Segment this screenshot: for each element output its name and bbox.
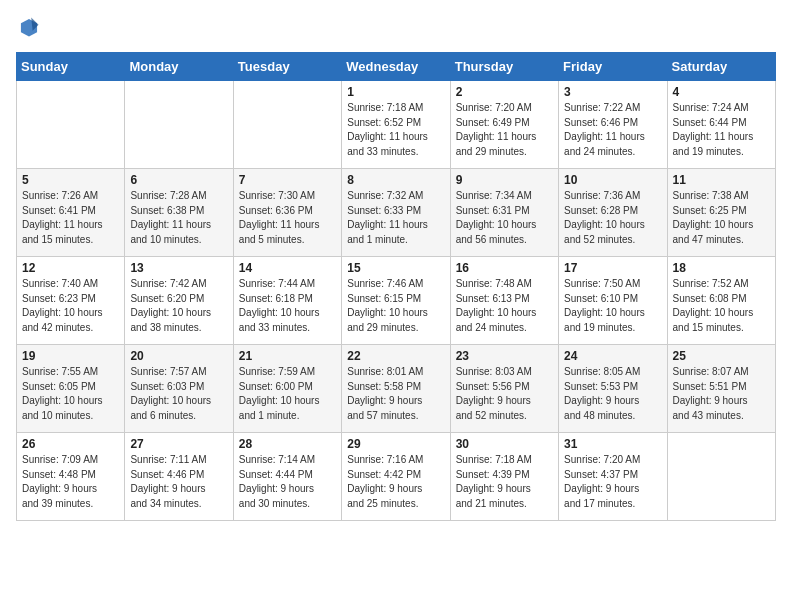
day-cell: 25Sunrise: 8:07 AM Sunset: 5:51 PM Dayli… bbox=[667, 345, 775, 433]
day-cell: 17Sunrise: 7:50 AM Sunset: 6:10 PM Dayli… bbox=[559, 257, 667, 345]
day-info: Sunrise: 7:16 AM Sunset: 4:42 PM Dayligh… bbox=[347, 453, 444, 511]
header-cell-wednesday: Wednesday bbox=[342, 53, 450, 81]
logo bbox=[16, 16, 42, 42]
day-cell: 14Sunrise: 7:44 AM Sunset: 6:18 PM Dayli… bbox=[233, 257, 341, 345]
day-info: Sunrise: 7:20 AM Sunset: 6:49 PM Dayligh… bbox=[456, 101, 553, 159]
day-info: Sunrise: 7:26 AM Sunset: 6:41 PM Dayligh… bbox=[22, 189, 119, 247]
day-cell bbox=[125, 81, 233, 169]
day-info: Sunrise: 7:48 AM Sunset: 6:13 PM Dayligh… bbox=[456, 277, 553, 335]
day-info: Sunrise: 7:34 AM Sunset: 6:31 PM Dayligh… bbox=[456, 189, 553, 247]
day-info: Sunrise: 7:24 AM Sunset: 6:44 PM Dayligh… bbox=[673, 101, 770, 159]
day-cell: 8Sunrise: 7:32 AM Sunset: 6:33 PM Daylig… bbox=[342, 169, 450, 257]
day-cell: 7Sunrise: 7:30 AM Sunset: 6:36 PM Daylig… bbox=[233, 169, 341, 257]
day-info: Sunrise: 7:11 AM Sunset: 4:46 PM Dayligh… bbox=[130, 453, 227, 511]
day-info: Sunrise: 7:38 AM Sunset: 6:25 PM Dayligh… bbox=[673, 189, 770, 247]
day-info: Sunrise: 7:28 AM Sunset: 6:38 PM Dayligh… bbox=[130, 189, 227, 247]
day-info: Sunrise: 7:18 AM Sunset: 4:39 PM Dayligh… bbox=[456, 453, 553, 511]
day-info: Sunrise: 7:57 AM Sunset: 6:03 PM Dayligh… bbox=[130, 365, 227, 423]
day-number: 6 bbox=[130, 173, 227, 187]
day-number: 23 bbox=[456, 349, 553, 363]
day-cell: 20Sunrise: 7:57 AM Sunset: 6:03 PM Dayli… bbox=[125, 345, 233, 433]
day-cell: 15Sunrise: 7:46 AM Sunset: 6:15 PM Dayli… bbox=[342, 257, 450, 345]
day-number: 4 bbox=[673, 85, 770, 99]
day-info: Sunrise: 7:36 AM Sunset: 6:28 PM Dayligh… bbox=[564, 189, 661, 247]
week-row-1: 1Sunrise: 7:18 AM Sunset: 6:52 PM Daylig… bbox=[17, 81, 776, 169]
day-cell: 27Sunrise: 7:11 AM Sunset: 4:46 PM Dayli… bbox=[125, 433, 233, 521]
day-cell: 4Sunrise: 7:24 AM Sunset: 6:44 PM Daylig… bbox=[667, 81, 775, 169]
day-info: Sunrise: 7:20 AM Sunset: 4:37 PM Dayligh… bbox=[564, 453, 661, 511]
day-info: Sunrise: 7:59 AM Sunset: 6:00 PM Dayligh… bbox=[239, 365, 336, 423]
week-row-4: 19Sunrise: 7:55 AM Sunset: 6:05 PM Dayli… bbox=[17, 345, 776, 433]
day-cell: 12Sunrise: 7:40 AM Sunset: 6:23 PM Dayli… bbox=[17, 257, 125, 345]
day-cell: 28Sunrise: 7:14 AM Sunset: 4:44 PM Dayli… bbox=[233, 433, 341, 521]
day-cell: 6Sunrise: 7:28 AM Sunset: 6:38 PM Daylig… bbox=[125, 169, 233, 257]
day-info: Sunrise: 7:32 AM Sunset: 6:33 PM Dayligh… bbox=[347, 189, 444, 247]
day-cell: 5Sunrise: 7:26 AM Sunset: 6:41 PM Daylig… bbox=[17, 169, 125, 257]
day-info: Sunrise: 7:14 AM Sunset: 4:44 PM Dayligh… bbox=[239, 453, 336, 511]
day-number: 22 bbox=[347, 349, 444, 363]
day-info: Sunrise: 7:22 AM Sunset: 6:46 PM Dayligh… bbox=[564, 101, 661, 159]
day-number: 17 bbox=[564, 261, 661, 275]
day-cell: 10Sunrise: 7:36 AM Sunset: 6:28 PM Dayli… bbox=[559, 169, 667, 257]
day-info: Sunrise: 7:42 AM Sunset: 6:20 PM Dayligh… bbox=[130, 277, 227, 335]
header-cell-tuesday: Tuesday bbox=[233, 53, 341, 81]
day-number: 30 bbox=[456, 437, 553, 451]
header-cell-friday: Friday bbox=[559, 53, 667, 81]
day-number: 7 bbox=[239, 173, 336, 187]
day-cell: 22Sunrise: 8:01 AM Sunset: 5:58 PM Dayli… bbox=[342, 345, 450, 433]
day-info: Sunrise: 7:55 AM Sunset: 6:05 PM Dayligh… bbox=[22, 365, 119, 423]
day-cell bbox=[233, 81, 341, 169]
header-row: SundayMondayTuesdayWednesdayThursdayFrid… bbox=[17, 53, 776, 81]
day-number: 21 bbox=[239, 349, 336, 363]
day-cell: 2Sunrise: 7:20 AM Sunset: 6:49 PM Daylig… bbox=[450, 81, 558, 169]
day-number: 28 bbox=[239, 437, 336, 451]
day-cell: 21Sunrise: 7:59 AM Sunset: 6:00 PM Dayli… bbox=[233, 345, 341, 433]
day-number: 27 bbox=[130, 437, 227, 451]
day-cell: 18Sunrise: 7:52 AM Sunset: 6:08 PM Dayli… bbox=[667, 257, 775, 345]
day-cell bbox=[667, 433, 775, 521]
day-cell: 29Sunrise: 7:16 AM Sunset: 4:42 PM Dayli… bbox=[342, 433, 450, 521]
day-cell: 1Sunrise: 7:18 AM Sunset: 6:52 PM Daylig… bbox=[342, 81, 450, 169]
day-cell: 9Sunrise: 7:34 AM Sunset: 6:31 PM Daylig… bbox=[450, 169, 558, 257]
day-number: 12 bbox=[22, 261, 119, 275]
day-info: Sunrise: 8:01 AM Sunset: 5:58 PM Dayligh… bbox=[347, 365, 444, 423]
day-info: Sunrise: 7:09 AM Sunset: 4:48 PM Dayligh… bbox=[22, 453, 119, 511]
day-number: 10 bbox=[564, 173, 661, 187]
week-row-3: 12Sunrise: 7:40 AM Sunset: 6:23 PM Dayli… bbox=[17, 257, 776, 345]
day-info: Sunrise: 8:05 AM Sunset: 5:53 PM Dayligh… bbox=[564, 365, 661, 423]
day-number: 16 bbox=[456, 261, 553, 275]
day-number: 29 bbox=[347, 437, 444, 451]
day-number: 1 bbox=[347, 85, 444, 99]
day-cell: 11Sunrise: 7:38 AM Sunset: 6:25 PM Dayli… bbox=[667, 169, 775, 257]
day-cell: 26Sunrise: 7:09 AM Sunset: 4:48 PM Dayli… bbox=[17, 433, 125, 521]
day-number: 2 bbox=[456, 85, 553, 99]
day-number: 14 bbox=[239, 261, 336, 275]
day-info: Sunrise: 7:30 AM Sunset: 6:36 PM Dayligh… bbox=[239, 189, 336, 247]
day-number: 13 bbox=[130, 261, 227, 275]
day-info: Sunrise: 7:46 AM Sunset: 6:15 PM Dayligh… bbox=[347, 277, 444, 335]
day-number: 20 bbox=[130, 349, 227, 363]
day-number: 9 bbox=[456, 173, 553, 187]
day-number: 19 bbox=[22, 349, 119, 363]
day-number: 5 bbox=[22, 173, 119, 187]
day-info: Sunrise: 8:07 AM Sunset: 5:51 PM Dayligh… bbox=[673, 365, 770, 423]
calendar-header: SundayMondayTuesdayWednesdayThursdayFrid… bbox=[17, 53, 776, 81]
day-info: Sunrise: 7:18 AM Sunset: 6:52 PM Dayligh… bbox=[347, 101, 444, 159]
header-cell-sunday: Sunday bbox=[17, 53, 125, 81]
day-info: Sunrise: 7:52 AM Sunset: 6:08 PM Dayligh… bbox=[673, 277, 770, 335]
day-cell: 16Sunrise: 7:48 AM Sunset: 6:13 PM Dayli… bbox=[450, 257, 558, 345]
header-cell-thursday: Thursday bbox=[450, 53, 558, 81]
day-cell: 24Sunrise: 8:05 AM Sunset: 5:53 PM Dayli… bbox=[559, 345, 667, 433]
day-number: 25 bbox=[673, 349, 770, 363]
week-row-5: 26Sunrise: 7:09 AM Sunset: 4:48 PM Dayli… bbox=[17, 433, 776, 521]
day-info: Sunrise: 8:03 AM Sunset: 5:56 PM Dayligh… bbox=[456, 365, 553, 423]
day-number: 8 bbox=[347, 173, 444, 187]
day-cell: 3Sunrise: 7:22 AM Sunset: 6:46 PM Daylig… bbox=[559, 81, 667, 169]
header-cell-monday: Monday bbox=[125, 53, 233, 81]
week-row-2: 5Sunrise: 7:26 AM Sunset: 6:41 PM Daylig… bbox=[17, 169, 776, 257]
header-cell-saturday: Saturday bbox=[667, 53, 775, 81]
day-cell: 23Sunrise: 8:03 AM Sunset: 5:56 PM Dayli… bbox=[450, 345, 558, 433]
day-number: 18 bbox=[673, 261, 770, 275]
day-cell: 13Sunrise: 7:42 AM Sunset: 6:20 PM Dayli… bbox=[125, 257, 233, 345]
day-number: 31 bbox=[564, 437, 661, 451]
